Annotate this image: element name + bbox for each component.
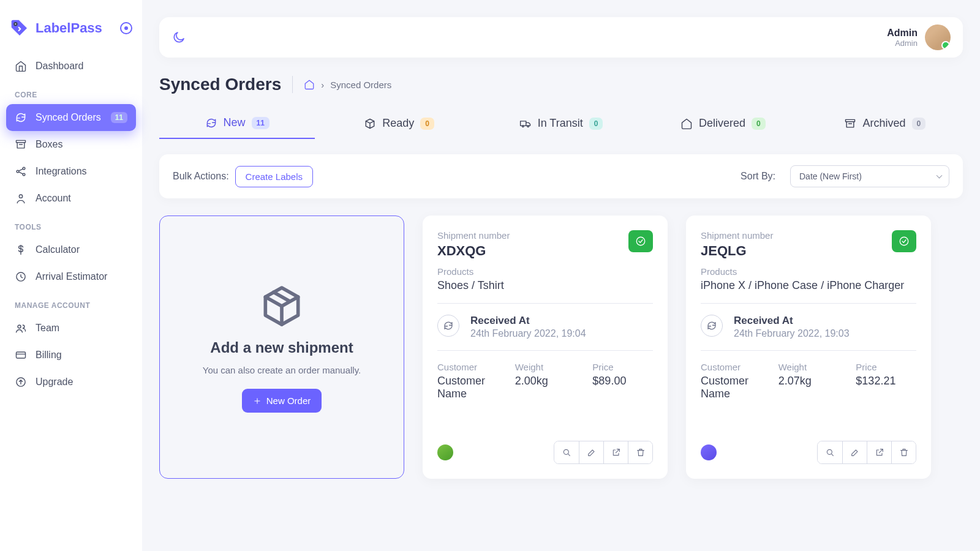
sync-icon	[15, 111, 27, 124]
sidebar-item-label: Upgrade	[36, 377, 73, 388]
sidebar-item-team[interactable]: Team	[6, 315, 136, 342]
status-badge[interactable]	[628, 230, 653, 252]
open-button[interactable]	[603, 441, 628, 463]
source-icon	[701, 444, 717, 460]
sidebar-item-arrival-estimator[interactable]: Arrival Estimator	[6, 263, 136, 290]
external-icon	[611, 448, 621, 457]
count-badge: 0	[589, 118, 603, 130]
order-card: Shipment number XDXQG Products Shoes / T…	[423, 216, 668, 479]
user-name: Admin	[887, 28, 918, 39]
share-icon	[15, 165, 27, 178]
sidebar-item-label: Dashboard	[36, 61, 83, 72]
svg-point-17	[827, 449, 832, 454]
svg-point-14	[636, 237, 645, 246]
user-menu[interactable]: Admin Admin	[887, 24, 951, 50]
logo[interactable]: LabelPass	[6, 12, 136, 53]
sidebar: LabelPass Dashboard CORE Synced Orders 1…	[0, 0, 142, 551]
svg-rect-1	[17, 140, 26, 142]
count-badge: 11	[252, 117, 270, 129]
target-icon[interactable]	[120, 22, 132, 34]
sidebar-item-label: Calculator	[36, 244, 80, 255]
tab-delivered[interactable]: Delivered 0	[645, 108, 801, 139]
customer-value: Customer Name	[701, 375, 761, 400]
sort-select[interactable]: Date (New First)	[790, 165, 949, 187]
sidebar-item-boxes[interactable]: Boxes	[6, 131, 136, 158]
view-button[interactable]	[554, 441, 579, 463]
sidebar-item-billing[interactable]: Billing	[6, 342, 136, 369]
sidebar-item-synced-orders[interactable]: Synced Orders 11	[6, 104, 136, 131]
svg-point-11	[522, 125, 524, 127]
open-button[interactable]	[867, 441, 891, 463]
page-header: Synced Orders › Synced Orders	[159, 75, 963, 94]
products-value: iPhone X / iPhone Case / iPhone Charger	[701, 279, 916, 292]
sidebar-item-calculator[interactable]: Calculator	[6, 236, 136, 263]
price-value: $132.21	[856, 375, 916, 388]
received-label: Received At	[734, 315, 850, 327]
edit-button[interactable]	[842, 441, 867, 463]
sidebar-item-dashboard[interactable]: Dashboard	[6, 53, 136, 80]
topbar: Admin Admin	[159, 17, 963, 58]
svg-point-0	[14, 23, 17, 25]
user-icon	[15, 192, 27, 204]
svg-point-7	[18, 325, 21, 328]
svg-rect-8	[17, 352, 26, 358]
new-shipment-title: Add a new shipment	[210, 339, 353, 356]
edit-icon	[587, 448, 597, 457]
brand-name: LabelPass	[36, 20, 102, 36]
card-actions	[817, 441, 916, 464]
status-badge[interactable]	[892, 230, 916, 252]
card-icon	[15, 349, 27, 361]
tab-new[interactable]: New 11	[159, 108, 315, 139]
bulk-actions-label: Bulk Actions:	[173, 171, 229, 182]
sidebar-item-label: Billing	[36, 350, 62, 361]
received-label: Received At	[470, 315, 586, 327]
clock-icon	[15, 271, 27, 283]
products-label: Products	[701, 266, 916, 277]
customer-value: Customer Name	[437, 375, 498, 400]
sidebar-item-label: Synced Orders	[36, 112, 101, 123]
section-title-core: CORE	[6, 80, 136, 104]
edit-button[interactable]	[579, 441, 603, 463]
new-order-button[interactable]: New Order	[242, 389, 322, 413]
trash-icon	[899, 448, 909, 457]
sidebar-item-label: Account	[36, 193, 71, 204]
count-badge: 0	[420, 118, 434, 130]
sidebar-item-label: Boxes	[36, 139, 62, 150]
tab-in-transit[interactable]: In Transit 0	[483, 108, 639, 139]
check-icon	[899, 236, 910, 247]
new-shipment-subtitle: You can also create an order manually.	[203, 365, 361, 375]
svg-point-5	[19, 195, 22, 198]
archive-icon	[844, 118, 856, 130]
truck-icon	[519, 118, 532, 130]
main-content: Admin Admin Synced Orders › Synced Order…	[142, 0, 980, 551]
view-button[interactable]	[818, 441, 842, 463]
weight-value: 2.00kg	[515, 375, 576, 388]
tag-icon	[10, 18, 29, 38]
order-cards: Add a new shipment You can also create a…	[159, 216, 963, 479]
home-icon[interactable]	[304, 79, 315, 90]
home-icon	[15, 60, 27, 72]
sidebar-item-account[interactable]: Account	[6, 185, 136, 212]
theme-toggle-icon[interactable]	[172, 30, 186, 45]
shipment-number: JEQLG	[701, 243, 773, 259]
sidebar-item-upgrade[interactable]: Upgrade	[6, 369, 136, 395]
package-icon	[257, 282, 306, 331]
sync-icon	[205, 117, 217, 129]
avatar[interactable]	[925, 24, 951, 50]
tab-archived[interactable]: Archived 0	[807, 108, 963, 139]
sidebar-item-integrations[interactable]: Integrations	[6, 158, 136, 185]
tab-ready[interactable]: Ready 0	[321, 108, 477, 139]
create-labels-button[interactable]: Create Labels	[235, 166, 313, 187]
delete-button[interactable]	[628, 441, 652, 463]
svg-point-15	[564, 449, 568, 454]
edit-icon	[850, 448, 860, 457]
shipment-number: XDXQG	[437, 243, 510, 259]
delete-button[interactable]	[891, 441, 916, 463]
count-badge: 0	[752, 118, 766, 130]
page-title: Synced Orders	[159, 75, 281, 94]
products-value: Shoes / Tshirt	[437, 279, 653, 292]
count-badge: 11	[111, 112, 127, 123]
search-icon	[825, 448, 835, 457]
dollar-icon	[15, 244, 27, 256]
sync-icon	[437, 315, 459, 337]
